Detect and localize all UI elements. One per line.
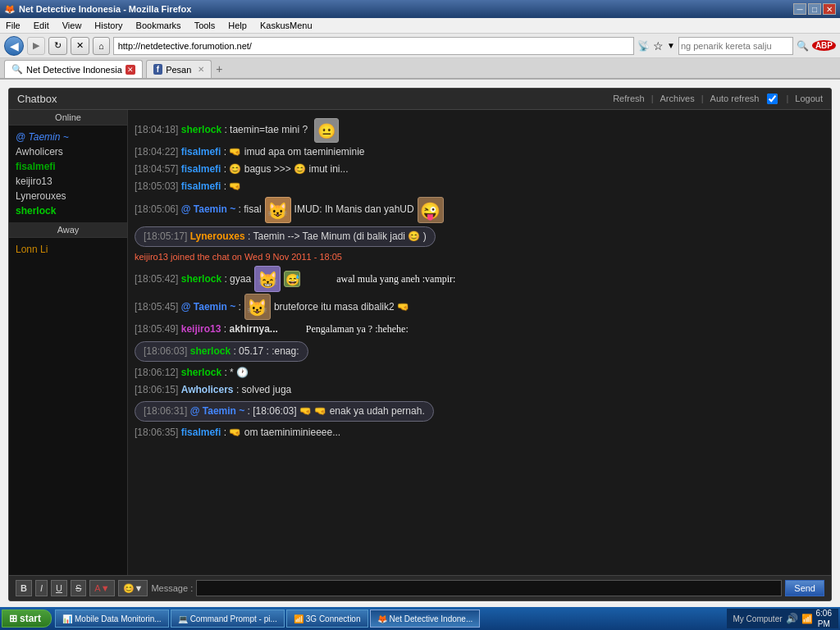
user-sherlock[interactable]: sherlock (13, 203, 123, 218)
avatar-1: 😐 (314, 118, 339, 143)
format-bold-button[interactable]: B (16, 580, 32, 596)
message-11: [18:06:03] sherlock : 05.17 : :enag: (135, 340, 824, 363)
minimize-button[interactable]: ─ (793, 3, 806, 15)
tab-favicon: 🔍 (11, 64, 23, 75)
forward-button[interactable]: ▶ (27, 37, 45, 55)
annotation-experience: Pengalaman ya ? :hehehe: (306, 322, 409, 337)
tab-facebook[interactable]: f Pesan ✕ (146, 60, 212, 78)
menu-view[interactable]: View (61, 20, 84, 31)
user-lonnli[interactable]: Lonn Li (13, 242, 123, 257)
taskbar-items: 📊 Mobile Data Monitorin... 💻 Command Pro… (52, 609, 727, 628)
tab-bar: 🔍 Net Detective Indonesia ✕ f Pesan ✕ + (0, 58, 840, 80)
taskbar-item-1[interactable]: 💻 Command Prompt - pi... (171, 609, 285, 628)
user-keijiro13[interactable]: keijiro13 (13, 174, 123, 189)
search-input[interactable] (678, 37, 793, 55)
message-label: Message : (151, 583, 193, 593)
send-button[interactable]: Send (785, 580, 824, 596)
chatbox: Chatbox Refresh | Archives | Auto refres… (8, 88, 832, 601)
avatar-5a: 😺 (265, 197, 291, 223)
message-8: [18:05:42] sherlock : gyaa 😸 😅 awal mula… (135, 266, 824, 292)
rss-icon: 📡 (637, 40, 650, 52)
away-section: Away (9, 222, 127, 238)
chat-input-bar: B I U S A▼ 😊▼ Message : Send (9, 575, 831, 600)
menu-bar: File Edit View History Bookmarks Tools H… (0, 18, 840, 34)
menu-bookmarks[interactable]: Bookmarks (135, 20, 183, 31)
user-taemin[interactable]: @ Taemin ~ (13, 130, 123, 144)
message-4: [18:05:03] fisalmefi : 🤜 (135, 179, 824, 194)
taskbar-item-3[interactable]: 🦊 Net Detective Indone... (370, 609, 481, 628)
auto-refresh-button[interactable]: Auto refresh (710, 94, 760, 104)
chatbox-header: Chatbox Refresh | Archives | Auto refres… (9, 89, 831, 110)
menu-help[interactable]: Help (226, 20, 249, 31)
home-button[interactable]: ⌂ (93, 37, 110, 55)
chatbox-body: Online @ Taemin ~ Awholicers fisalmefi k… (9, 110, 831, 575)
format-underline-button[interactable]: U (51, 580, 67, 596)
message-6: [18:05:17] Lynerouxes : Taemin --> Tae M… (135, 225, 824, 249)
user-lynerouxes[interactable]: Lynerouxes (13, 189, 123, 203)
taskbar-icon-0: 📊 (62, 614, 72, 623)
nav-bar: ◀ ▶ ↻ ✕ ⌂ 📡 ☆ ▼ 🔍 ABP (0, 34, 840, 58)
maximize-button[interactable]: □ (808, 3, 821, 15)
reload-button[interactable]: ↻ (48, 37, 67, 55)
format-strikethrough-button[interactable]: S (71, 580, 86, 596)
message-input[interactable] (196, 580, 782, 596)
taskbar-item-2[interactable]: 📶 3G Connection (286, 609, 368, 628)
online-user-list: @ Taemin ~ Awholicers fisalmefi keijiro1… (9, 126, 127, 222)
taskbar-label-0: Mobile Data Monitorin... (75, 614, 162, 623)
menu-file[interactable]: File (4, 20, 22, 31)
clock: 6:06 PM (816, 608, 832, 629)
taskbar-label-1: Command Prompt - pi... (190, 614, 277, 623)
menu-edit[interactable]: Edit (32, 20, 51, 31)
stop-button[interactable]: ✕ (71, 37, 89, 55)
my-computer-label[interactable]: My Computer (733, 614, 783, 623)
chat-messages: [18:04:18] sherlock : taemin=tae mini ? … (128, 110, 831, 575)
bookmark-star-icon[interactable]: ☆ (653, 39, 664, 52)
menu-history[interactable]: History (93, 20, 124, 31)
user-awholicers[interactable]: Awholicers (13, 144, 123, 159)
taskbar-item-0[interactable]: 📊 Mobile Data Monitorin... (55, 609, 169, 628)
menu-tools[interactable]: Tools (193, 20, 217, 31)
refresh-button[interactable]: Refresh (613, 94, 645, 104)
message-9: [18:05:45] @ Taemin ~ : 😺 bruteforce itu… (135, 294, 824, 320)
time-value: 6:06 PM (816, 609, 832, 628)
tab-main-label: Net Detective Indonesia (26, 65, 122, 75)
close-button[interactable]: ✕ (823, 3, 836, 15)
message-7: keijiro13 joined the chat on Wed 9 Nov 2… (135, 250, 824, 265)
logout-button[interactable]: Logout (795, 94, 823, 104)
user-sidebar: Online @ Taemin ~ Awholicers fisalmefi k… (9, 110, 128, 575)
emoji-button[interactable]: 😊▼ (118, 580, 148, 596)
back-button[interactable]: ◀ (4, 36, 24, 56)
tab-main-close[interactable]: ✕ (126, 65, 135, 75)
taskbar-label-3: Net Detective Indone... (390, 614, 473, 623)
user-fisalmefi[interactable]: fisalmefi (13, 159, 123, 174)
message-2: [18:04:22] fisalmefi : 🤜 imud apa om tae… (135, 144, 824, 160)
taskbar-icon-1: 💻 (178, 614, 188, 623)
bookmark-dropdown-icon[interactable]: ▼ (667, 41, 675, 50)
taskbar-icon-2: 📶 (294, 614, 304, 623)
chatbox-actions: Refresh | Archives | Auto refresh | Logo… (613, 94, 823, 104)
tab-main[interactable]: 🔍 Net Detective Indonesia ✕ (4, 60, 143, 78)
taskbar: ⊞ start 📊 Mobile Data Monitorin... 💻 Com… (0, 607, 840, 630)
avatar-8: 😸 (254, 266, 281, 292)
start-label: start (20, 613, 41, 624)
taskbar-right: My Computer 🔊 📶 6:06 PM (727, 609, 838, 628)
auto-refresh-checkbox[interactable] (767, 94, 778, 104)
title-bar-controls: ─ □ ✕ (793, 3, 836, 15)
start-button[interactable]: ⊞ start (2, 609, 52, 628)
search-icon[interactable]: 🔍 (797, 40, 809, 52)
title-bar: 🦊 Net Detective Indonesia - Mozilla Fire… (0, 0, 840, 18)
tab-facebook-label: Pesan (166, 65, 191, 75)
avatar-5b: 😜 (418, 197, 444, 223)
menu-kaskus[interactable]: KaskusMenu (258, 20, 314, 31)
annotation-vampire: awal mula yang aneh :vampir: (336, 272, 455, 287)
format-italic-button[interactable]: I (35, 580, 48, 596)
archives-button[interactable]: Archives (660, 94, 695, 104)
tab-facebook-close[interactable]: ✕ (198, 65, 204, 74)
speaker-icon[interactable]: 🔊 (786, 613, 798, 624)
new-tab-button[interactable]: + (216, 62, 222, 75)
avatar-9: 😺 (244, 294, 271, 320)
browser-icon: 🦊 (4, 4, 16, 15)
url-input[interactable] (113, 37, 634, 55)
format-color-button[interactable]: A▼ (89, 580, 114, 596)
facebook-icon: f (153, 64, 162, 75)
